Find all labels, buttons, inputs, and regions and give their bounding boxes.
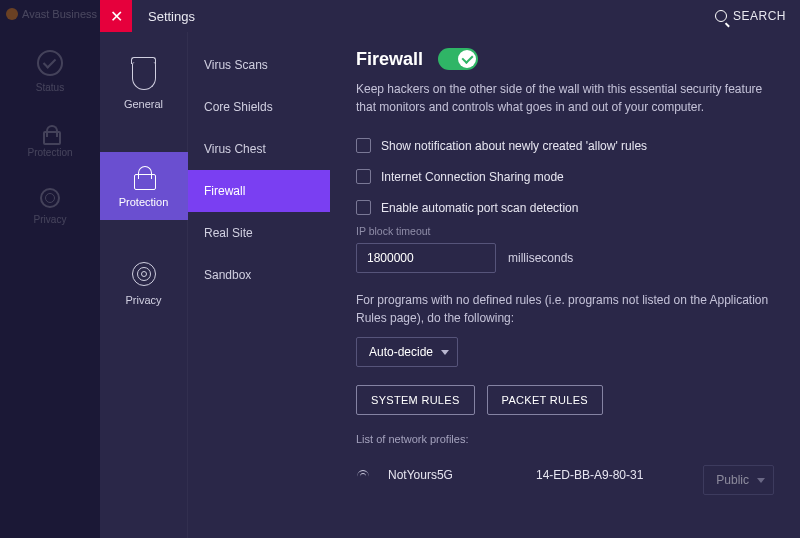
undefined-rules-select-value: Auto-decide bbox=[369, 345, 433, 359]
app-nav-sidebar: Avast Business Status Protection Privacy bbox=[0, 0, 100, 538]
toggle-knob-check-icon bbox=[458, 50, 476, 68]
settings-title: Settings bbox=[148, 9, 195, 24]
nav-status-label: Status bbox=[36, 82, 64, 93]
fingerprint-icon bbox=[132, 262, 156, 286]
ip-block-row: milliseconds bbox=[356, 243, 774, 273]
system-rules-button[interactable]: SYSTEM RULES bbox=[356, 385, 475, 415]
lock-icon bbox=[134, 164, 154, 188]
shield-icon bbox=[132, 62, 156, 90]
app-title-text: Avast Business bbox=[22, 8, 97, 20]
app-title: Avast Business bbox=[0, 8, 97, 20]
category-privacy[interactable]: Privacy bbox=[100, 250, 188, 318]
firewall-description: Keep hackers on the other side of the wa… bbox=[356, 80, 774, 116]
search-label: SEARCH bbox=[733, 9, 786, 23]
settings-modal: ✕ Settings SEARCH General Protection Pri… bbox=[100, 0, 800, 538]
row-port-scan: Enable automatic port scan detection bbox=[356, 200, 774, 215]
undefined-rules-select[interactable]: Auto-decide bbox=[356, 337, 458, 367]
nav-privacy-label: Privacy bbox=[34, 214, 67, 225]
profile-name: NotYours5G bbox=[388, 468, 518, 482]
nav-protection[interactable]: Protection bbox=[27, 123, 72, 158]
profile-type-value: Public bbox=[716, 473, 749, 487]
settings-header: ✕ Settings SEARCH bbox=[100, 0, 800, 32]
lock-icon bbox=[41, 123, 59, 141]
category-protection[interactable]: Protection bbox=[100, 152, 188, 220]
nav-protection-label: Protection bbox=[27, 147, 72, 158]
subnav-firewall[interactable]: Firewall bbox=[188, 170, 330, 212]
settings-category-column: General Protection Privacy bbox=[100, 32, 188, 538]
checkbox-port-scan[interactable] bbox=[356, 200, 371, 215]
checkbox-ics-mode[interactable] bbox=[356, 169, 371, 184]
close-icon: ✕ bbox=[110, 7, 123, 26]
nav-status[interactable]: Status bbox=[36, 50, 64, 93]
checkbox-show-notification[interactable] bbox=[356, 138, 371, 153]
rules-button-row: SYSTEM RULES PACKET RULES bbox=[356, 385, 774, 415]
row-show-notification: Show notification about newly created 'a… bbox=[356, 138, 774, 153]
profile-type-select[interactable]: Public bbox=[703, 465, 774, 495]
chevron-down-icon bbox=[441, 350, 449, 355]
undefined-rules-text: For programs with no defined rules (i.e.… bbox=[356, 291, 774, 327]
category-general[interactable]: General bbox=[100, 50, 188, 122]
network-profile-row: NotYours5G 14-ED-BB-A9-80-31 Public bbox=[356, 455, 774, 495]
label-ics-mode: Internet Connection Sharing mode bbox=[381, 170, 564, 184]
subnav-virus-chest[interactable]: Virus Chest bbox=[188, 128, 330, 170]
category-general-label: General bbox=[124, 98, 163, 110]
ip-block-unit: milliseconds bbox=[508, 251, 573, 265]
close-button[interactable]: ✕ bbox=[100, 0, 132, 32]
status-check-icon bbox=[37, 50, 63, 76]
subnav-real-site[interactable]: Real Site bbox=[188, 212, 330, 254]
firewall-heading: Firewall bbox=[356, 49, 423, 70]
packet-rules-button[interactable]: PACKET RULES bbox=[487, 385, 603, 415]
subnav-sandbox[interactable]: Sandbox bbox=[188, 254, 330, 296]
firewall-toggle[interactable] bbox=[438, 48, 478, 70]
ip-block-timeout-label: IP block timeout bbox=[356, 225, 774, 237]
subnav-virus-scans[interactable]: Virus Scans bbox=[188, 44, 330, 86]
settings-content: Firewall Keep hackers on the other side … bbox=[330, 32, 800, 538]
search-icon bbox=[715, 10, 727, 22]
avast-logo-icon bbox=[6, 8, 18, 20]
subnav-core-shields[interactable]: Core Shields bbox=[188, 86, 330, 128]
settings-subnav: Virus Scans Core Shields Virus Chest Fir… bbox=[188, 32, 330, 538]
nav-privacy[interactable]: Privacy bbox=[34, 188, 67, 225]
settings-body: General Protection Privacy Virus Scans C… bbox=[100, 32, 800, 538]
network-profiles-label: List of network profiles: bbox=[356, 433, 774, 445]
category-protection-label: Protection bbox=[119, 196, 169, 208]
search-button[interactable]: SEARCH bbox=[715, 9, 786, 23]
ip-block-timeout-input[interactable] bbox=[356, 243, 496, 273]
label-show-notification: Show notification about newly created 'a… bbox=[381, 139, 647, 153]
category-privacy-label: Privacy bbox=[125, 294, 161, 306]
profile-mac: 14-ED-BB-A9-80-31 bbox=[536, 468, 685, 482]
fingerprint-icon bbox=[40, 188, 60, 208]
chevron-down-icon bbox=[757, 478, 765, 483]
label-port-scan: Enable automatic port scan detection bbox=[381, 201, 578, 215]
row-ics-mode: Internet Connection Sharing mode bbox=[356, 169, 774, 184]
